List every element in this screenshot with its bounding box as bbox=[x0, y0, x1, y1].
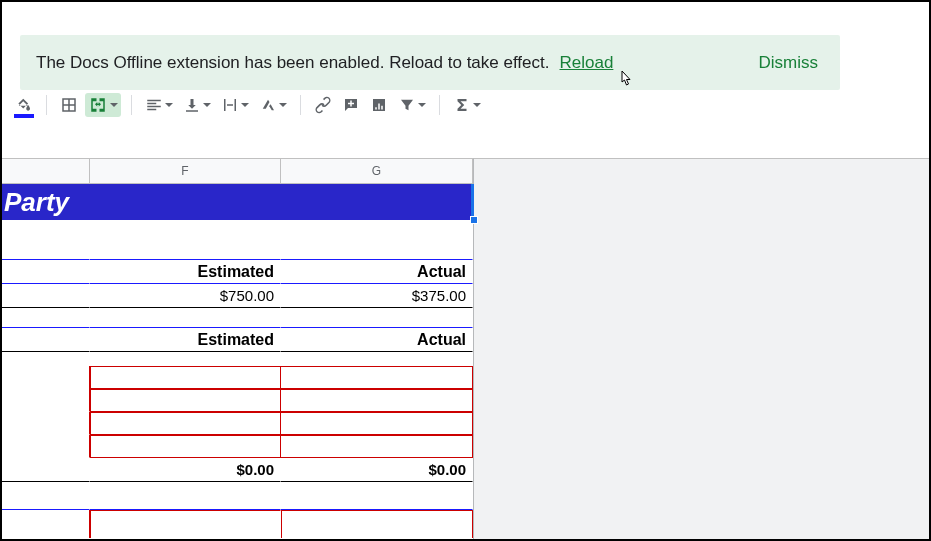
notification-message: The Docs Offline extension has been enab… bbox=[36, 53, 550, 73]
data-row[interactable] bbox=[2, 435, 473, 458]
insert-comment-button[interactable] bbox=[339, 93, 363, 117]
column-headers: F G bbox=[2, 158, 473, 184]
horizontal-align-button[interactable] bbox=[142, 93, 176, 117]
spreadsheet-grid[interactable]: F G Party Estimated Actual $750.00 $375.… bbox=[2, 158, 473, 539]
insert-link-button[interactable] bbox=[311, 93, 335, 117]
chevron-down-icon bbox=[279, 103, 287, 107]
column-header-G[interactable]: G bbox=[281, 159, 473, 184]
merge-cells-button[interactable] bbox=[85, 93, 121, 117]
chevron-down-icon bbox=[473, 103, 481, 107]
total-estimated[interactable]: $0.00 bbox=[90, 458, 281, 482]
estimated-header-2[interactable]: Estimated bbox=[90, 328, 281, 352]
data-row[interactable] bbox=[2, 510, 473, 538]
actual-header-1[interactable]: Actual bbox=[281, 260, 473, 284]
create-filter-button[interactable] bbox=[395, 93, 429, 117]
title-row[interactable]: Party bbox=[2, 184, 473, 220]
column-header-F[interactable]: F bbox=[90, 159, 281, 184]
inactive-sheet-area bbox=[473, 158, 929, 539]
toolbar-separator bbox=[46, 95, 47, 115]
vertical-align-button[interactable] bbox=[180, 93, 214, 117]
chevron-down-icon bbox=[203, 103, 211, 107]
toolbar-separator bbox=[131, 95, 132, 115]
text-wrap-button[interactable] bbox=[218, 93, 252, 117]
blank-row[interactable] bbox=[2, 220, 473, 260]
blank-row[interactable] bbox=[2, 308, 473, 328]
toolbar-separator bbox=[300, 95, 301, 115]
estimated-header-1[interactable]: Estimated bbox=[90, 260, 281, 284]
formatting-toolbar bbox=[12, 92, 484, 118]
chevron-down-icon bbox=[241, 103, 249, 107]
blank-row[interactable] bbox=[2, 352, 473, 366]
estimated-value[interactable]: $750.00 bbox=[90, 284, 281, 308]
functions-button[interactable] bbox=[450, 93, 484, 117]
selection-edge bbox=[471, 184, 474, 220]
actual-value[interactable]: $375.00 bbox=[281, 284, 473, 308]
text-rotation-button[interactable] bbox=[256, 93, 290, 117]
section2-totals[interactable]: $0.00 $0.00 bbox=[2, 458, 473, 482]
total-actual[interactable]: $0.00 bbox=[281, 458, 473, 482]
selection-fill-handle[interactable] bbox=[470, 216, 478, 224]
section1-values[interactable]: $750.00 $375.00 bbox=[2, 284, 473, 308]
borders-button[interactable] bbox=[57, 93, 81, 117]
chevron-down-icon bbox=[110, 103, 118, 107]
toolbar-separator bbox=[439, 95, 440, 115]
offline-extension-notification: The Docs Offline extension has been enab… bbox=[20, 35, 840, 90]
reload-link[interactable]: Reload bbox=[560, 53, 614, 73]
data-row[interactable] bbox=[2, 389, 473, 412]
dismiss-button[interactable]: Dismiss bbox=[759, 53, 819, 73]
actual-header-2[interactable]: Actual bbox=[281, 328, 473, 352]
section1-headers[interactable]: Estimated Actual bbox=[2, 260, 473, 284]
chevron-down-icon bbox=[165, 103, 173, 107]
insert-chart-button[interactable] bbox=[367, 93, 391, 117]
section2-headers[interactable]: Estimated Actual bbox=[2, 328, 473, 352]
chevron-down-icon bbox=[418, 103, 426, 107]
data-row[interactable] bbox=[2, 412, 473, 435]
fill-color-swatch bbox=[14, 114, 34, 118]
data-row[interactable] bbox=[2, 366, 473, 389]
party-title-cell[interactable]: Party bbox=[2, 184, 473, 220]
fill-color-button[interactable] bbox=[12, 93, 36, 117]
blank-row[interactable] bbox=[2, 482, 473, 510]
column-header-blank[interactable] bbox=[2, 159, 90, 184]
